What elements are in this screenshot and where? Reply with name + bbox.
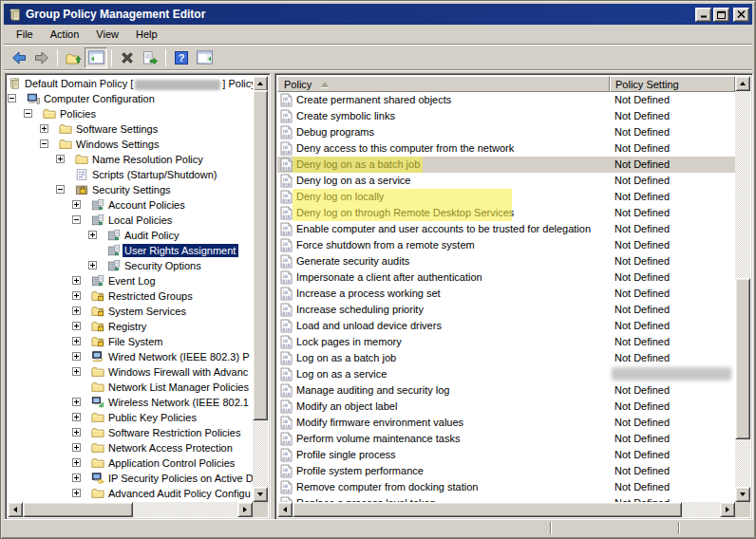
toolbar-button-show-hide-action-pane[interactable] xyxy=(193,47,216,68)
policy-row-profile-single-process[interactable]: 10010Profile single processNot Defined xyxy=(277,447,735,463)
tree-item-label[interactable]: Network Access Protection xyxy=(106,441,236,455)
expand-expander-icon[interactable] xyxy=(72,291,81,300)
tree-item-windows-firewall-with-advanc[interactable]: Windows Firewall with Advanc xyxy=(8,364,253,380)
expand-expander-icon[interactable] xyxy=(72,398,81,406)
tree-item-policies[interactable]: Policies xyxy=(8,106,253,121)
list-horizontal-scrollbar[interactable] xyxy=(277,502,735,517)
collapse-expander-icon[interactable] xyxy=(56,185,65,194)
scroll-right-button[interactable] xyxy=(720,502,735,517)
tree-item-label[interactable]: Event Log xyxy=(106,274,159,288)
expand-expander-icon[interactable] xyxy=(72,489,81,497)
minimize-button[interactable] xyxy=(695,8,711,22)
policy-row-force-shutdown-from-a-remote-system[interactable]: 10010Force shutdown from a remote system… xyxy=(277,237,735,253)
tree-item-application-control-policies[interactable]: Application Control Policies xyxy=(8,455,253,471)
tree-item-label[interactable]: Public Key Policies xyxy=(106,411,199,424)
policy-row-create-symbolic-links[interactable]: 10010Create symbolic linksNot Defined xyxy=(277,108,735,124)
expand-expander-icon[interactable] xyxy=(72,413,81,421)
tree-item-security-settings[interactable]: Security Settings xyxy=(8,182,253,197)
tree-item-label[interactable]: Application Control Policies xyxy=(106,456,237,470)
expand-expander-icon[interactable] xyxy=(56,155,65,163)
tree-item-label[interactable]: Audit Policy xyxy=(123,229,181,242)
tree-item-event-log[interactable]: Event Log xyxy=(8,273,253,288)
policy-row-impersonate-a-client-after-authentication[interactable]: 10010Impersonate a client after authenti… xyxy=(277,270,735,286)
tree-item-label[interactable]: Account Policies xyxy=(106,198,188,212)
scroll-down-button[interactable] xyxy=(253,487,268,502)
menu-item-view[interactable]: View xyxy=(87,26,127,43)
policy-row-deny-log-on-locally[interactable]: 10010Deny log on locallyNot Defined xyxy=(277,189,735,205)
tree-item-security-options[interactable]: Security Options xyxy=(8,258,253,273)
policy-row-lock-pages-in-memory[interactable]: 10010Lock pages in memoryNot Defined xyxy=(277,334,735,350)
tree-item-label[interactable]: Windows Firewall with Advanc xyxy=(106,365,251,379)
tree-item-label[interactable]: Local Policies xyxy=(106,214,175,227)
policy-row-create-permanent-shared-objects[interactable]: 10010Create permanent shared objectsNot … xyxy=(277,92,735,108)
tree-item-default-domain-policy[interactable]: Default Domain Policy [] Policy xyxy=(8,76,253,91)
scrollbar-thumb[interactable] xyxy=(735,278,750,439)
policy-row-increase-a-process-working-set[interactable]: 10010Increase a process working setNot D… xyxy=(277,286,735,302)
tree-item-software-restriction-policies[interactable]: Software Restriction Policies xyxy=(8,425,253,440)
toolbar-button-show-hide-console-tree[interactable] xyxy=(85,47,107,68)
expand-expander-icon[interactable] xyxy=(72,322,81,330)
collapse-expander-icon[interactable] xyxy=(40,139,48,148)
policy-row-increase-scheduling-priority[interactable]: 10010Increase scheduling priorityNot Def… xyxy=(277,302,735,318)
tree-item-network-access-protection[interactable]: Network Access Protection xyxy=(8,440,253,455)
policy-row-modify-firmware-environment-values[interactable]: 10010Modify firmware environment valuesN… xyxy=(277,415,735,431)
policy-row-load-and-unload-device-drivers[interactable]: 10010Load and unload device driversNot D… xyxy=(277,318,735,334)
policy-row-deny-log-on-through-remote-desktop-services[interactable]: 10010Deny log on through Remote Desktop … xyxy=(277,205,735,221)
column-header-policy-setting[interactable]: Policy Setting xyxy=(610,76,735,92)
tree-item-label[interactable]: Security Options xyxy=(123,259,204,272)
scroll-up-button[interactable] xyxy=(735,76,750,91)
policy-row-log-on-as-a-batch-job[interactable]: 10010Log on as a batch jobNot Defined xyxy=(277,350,735,366)
policy-row-profile-system-performance[interactable]: 10010Profile system performanceNot Defin… xyxy=(277,463,735,479)
toolbar-button-up-one-level[interactable] xyxy=(62,47,85,68)
expand-expander-icon[interactable] xyxy=(72,276,81,285)
policy-row-replace-a-process-level-token[interactable]: 10010Replace a process level tokenNot De… xyxy=(277,495,735,502)
policy-row-manage-auditing-and-security-log[interactable]: 10010Manage auditing and security logNot… xyxy=(277,382,735,399)
tree-item-label[interactable]: Computer Configuration xyxy=(42,92,158,105)
tree-item-label[interactable]: Name Resolution Policy xyxy=(90,153,206,166)
tree-item-local-policies[interactable]: Local Policies xyxy=(8,213,253,228)
expand-expander-icon[interactable] xyxy=(88,231,97,239)
tree-item-software-settings[interactable]: Software Settings xyxy=(8,121,253,137)
menu-item-file[interactable]: File xyxy=(8,26,42,43)
close-button[interactable] xyxy=(733,8,749,22)
tree-item-label[interactable]: Scripts (Startup/Shutdown) xyxy=(90,168,219,181)
tree-item-wired-network-ieee-802-3-p[interactable]: Wired Network (IEEE 802.3) P xyxy=(8,349,253,364)
console-tree[interactable]: Default Domain Policy [] PolicyComputer … xyxy=(8,76,253,502)
tree-item-label[interactable]: Wired Network (IEEE 802.3) P xyxy=(106,350,253,363)
toolbar-button-export-list[interactable] xyxy=(139,47,161,68)
scroll-right-button[interactable] xyxy=(237,502,253,517)
column-header-policy[interactable]: Policy xyxy=(277,76,610,92)
tree-item-label[interactable]: User Rights Assignment xyxy=(123,244,238,257)
tree-item-registry[interactable]: Registry xyxy=(8,319,253,334)
tree-item-label[interactable]: IP Security Policies on Active D xyxy=(106,472,253,485)
expand-expander-icon[interactable] xyxy=(72,428,81,437)
toolbar-button-forward[interactable] xyxy=(30,47,53,68)
collapse-expander-icon[interactable] xyxy=(8,94,16,102)
tree-item-label[interactable]: Restricted Groups xyxy=(106,289,196,303)
scroll-down-button[interactable] xyxy=(735,487,750,502)
tree-item-label[interactable]: Network List Manager Policies xyxy=(106,381,252,394)
collapse-expander-icon[interactable] xyxy=(24,109,32,118)
expand-expander-icon[interactable] xyxy=(72,367,81,376)
tree-item-label[interactable]: Software Settings xyxy=(74,122,161,136)
policy-row-deny-log-on-as-a-service[interactable]: 10010Deny log on as a serviceNot Defined xyxy=(277,173,735,189)
policy-row-deny-access-to-this-computer-from-the-network[interactable]: 10010Deny access to this computer from t… xyxy=(277,140,735,157)
tree-item-network-list-manager-policies[interactable]: Network List Manager Policies xyxy=(8,380,253,395)
menu-item-help[interactable]: Help xyxy=(127,26,166,43)
expand-expander-icon[interactable] xyxy=(72,200,81,209)
tree-item-label[interactable]: Software Restriction Policies xyxy=(106,426,243,439)
tree-item-wireless-network-ieee-802-1[interactable]: Wireless Network (IEEE 802.1 xyxy=(8,395,253,410)
tree-item-scripts-startup-shutdown[interactable]: Scripts (Startup/Shutdown) xyxy=(8,167,253,182)
tree-item-ip-security-policies-on-active-d[interactable]: IP Security Policies on Active D xyxy=(8,471,253,486)
expand-expander-icon[interactable] xyxy=(72,307,81,315)
policy-row-deny-log-on-as-a-batch-job[interactable]: 10010Deny log on as a batch jobNot Defin… xyxy=(277,157,735,173)
tree-item-label[interactable]: Windows Settings xyxy=(74,138,161,151)
scroll-up-button[interactable] xyxy=(253,76,268,91)
toolbar-button-delete[interactable] xyxy=(116,47,139,68)
tree-item-audit-policy[interactable]: Audit Policy xyxy=(8,228,253,243)
policy-row-perform-volume-maintenance-tasks[interactable]: 10010Perform volume maintenance tasksNot… xyxy=(277,431,735,447)
policy-row-generate-security-audits[interactable]: 10010Generate security auditsNot Defined xyxy=(277,253,735,270)
menu-item-action[interactable]: Action xyxy=(42,26,88,43)
tree-item-label[interactable]: Security Settings xyxy=(90,183,174,196)
tree-item-restricted-groups[interactable]: Restricted Groups xyxy=(8,288,253,304)
